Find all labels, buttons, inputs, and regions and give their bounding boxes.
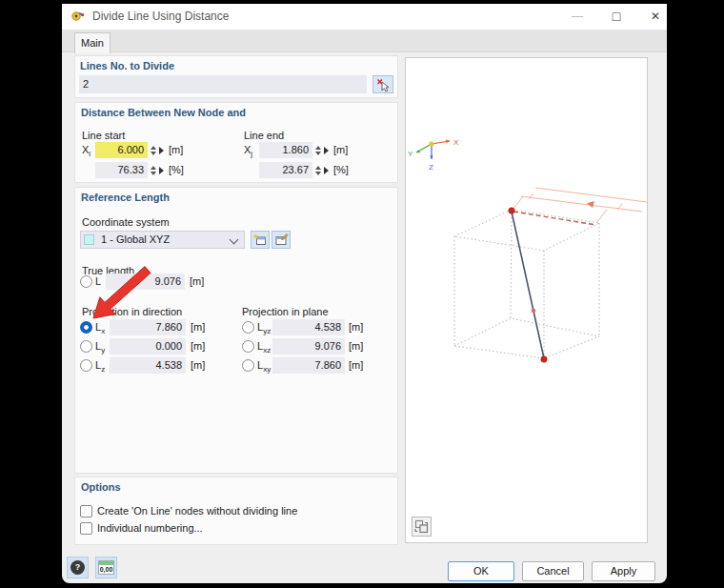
checkbox-label: Create 'On Line' nodes without dividing …: [97, 503, 297, 519]
unit-label: [%]: [169, 162, 184, 178]
help-icon: ?: [70, 560, 85, 575]
section-header: Reference Length: [81, 192, 170, 203]
unit-label: [m]: [349, 357, 363, 374]
close-button[interactable]: ✕: [639, 4, 667, 29]
section-lines-no: Lines No. to Divide 2: [74, 55, 398, 98]
end-node: [541, 356, 547, 362]
3d-preview-panel[interactable]: X Y Z: [405, 57, 648, 543]
detail-arrow-icon[interactable]: [324, 167, 329, 174]
Lxy-label: Lxy: [257, 357, 271, 374]
dimension-lines: [513, 188, 647, 222]
section-header: Options: [81, 481, 121, 493]
checkbox-on-line-nodes[interactable]: [80, 505, 92, 517]
Ly-field: 0.000: [110, 338, 186, 355]
ok-button[interactable]: OK: [448, 561, 514, 581]
radio-Lyz[interactable]: [242, 321, 254, 334]
edit-coordinate-system-button[interactable]: [272, 231, 291, 249]
radio-Lxy[interactable]: [242, 359, 254, 372]
unit-label: [m]: [349, 338, 363, 355]
section-header: Distance Between New Node and: [81, 107, 246, 118]
new-division-node: [532, 309, 536, 314]
true-length-field: 9.076: [106, 274, 185, 290]
detail-arrow-icon[interactable]: [159, 167, 164, 174]
unit-label: [m]: [169, 142, 183, 158]
Lz-label: Lz: [95, 357, 105, 374]
minimize-button[interactable]: —: [561, 4, 593, 29]
cancel-button[interactable]: Cancel: [522, 561, 584, 581]
pick-lines-button[interactable]: [372, 75, 393, 93]
Lxy-field: 7.860: [272, 357, 345, 374]
checkbox-label: Individual numbering...: [97, 520, 203, 537]
window-title: Divide Line Using Distance: [92, 4, 229, 30]
spinner-icon[interactable]: [313, 162, 322, 178]
spinner-icon[interactable]: [149, 162, 157, 178]
spinner-icon[interactable]: [313, 142, 322, 158]
unit-label: [m]: [191, 357, 205, 374]
xj-label: Xj: [244, 142, 252, 158]
line-end-percent-field[interactable]: 23.67: [259, 162, 312, 178]
section-options: Options Create 'On Line' nodes without d…: [74, 476, 398, 545]
line-to-divide: [512, 212, 544, 358]
cs-color-swatch: [84, 234, 94, 245]
tab-strip: Main: [62, 30, 667, 52]
tab-main[interactable]: Main: [74, 32, 111, 53]
axis-x-label: X: [453, 138, 459, 147]
chevron-down-icon: [230, 235, 239, 245]
coordinate-system-dropdown[interactable]: 1 - Global XYZ: [80, 231, 245, 249]
section-header: Lines No. to Divide: [80, 60, 174, 71]
Lz-field: 4.538: [110, 357, 186, 374]
unit-label: [m]: [190, 274, 204, 290]
radio-Lx[interactable]: [80, 321, 92, 334]
radio-Lxz[interactable]: [242, 340, 254, 353]
Lyz-field: 4.538: [272, 319, 345, 335]
preview-graphic: X Y Z: [406, 58, 647, 542]
line-start-length-field[interactable]: 6.000: [95, 142, 148, 158]
radio-Ly[interactable]: [80, 340, 92, 353]
axes-triad: X Y Z: [408, 138, 459, 172]
new-dialog-icon: [252, 233, 268, 248]
cs-selected-value: 1 - Global XYZ: [101, 232, 170, 248]
projection-direction-label: Projection in direction: [82, 304, 182, 320]
select-cursor-icon: [375, 77, 391, 92]
help-button[interactable]: ?: [67, 557, 89, 578]
Lyz-label: Lyz: [257, 319, 271, 335]
new-coordinate-system-button[interactable]: [251, 231, 270, 249]
checkbox-individual-numbering[interactable]: [80, 522, 92, 535]
axis-z-label: Z: [429, 163, 433, 172]
divide-line-dialog: Divide Line Using Distance — □ ✕ Main Li…: [62, 4, 667, 583]
L-label: L: [95, 274, 101, 290]
axis-y-label: Y: [408, 150, 413, 158]
units-icon: 0,00: [98, 560, 114, 575]
radio-true-length[interactable]: [80, 275, 92, 288]
Lx-label: Lx: [95, 319, 105, 335]
detail-arrow-icon[interactable]: [324, 147, 329, 154]
unit-label: [%]: [333, 162, 349, 178]
Ly-label: Ly: [95, 338, 105, 355]
radio-Lz[interactable]: [80, 359, 92, 372]
Lx-field: 7.860: [110, 319, 186, 335]
line-end-length-field[interactable]: 1.860: [259, 142, 312, 158]
spinner-icon[interactable]: [149, 142, 157, 158]
xi-label: Xi: [82, 142, 90, 158]
unit-label: [m]: [349, 319, 363, 335]
edit-dialog-icon: [273, 233, 289, 248]
projection-plane-label: Projection in plane: [242, 304, 329, 320]
Lxz-field: 9.076: [272, 338, 345, 355]
lines-no-input[interactable]: 2: [79, 75, 367, 93]
title-bar[interactable]: Divide Line Using Distance — □ ✕: [62, 4, 667, 30]
dashed-reference-edge: [513, 212, 596, 225]
Lxz-label: Lxz: [257, 338, 271, 355]
reset-view-button[interactable]: [412, 517, 432, 537]
app-icon: [70, 9, 86, 24]
unit-label: [m]: [191, 338, 205, 355]
start-node: [509, 208, 514, 213]
reset-view-icon: [414, 519, 429, 534]
unit-label: [m]: [191, 319, 205, 335]
unit-label: [m]: [333, 142, 348, 158]
units-decimal-button[interactable]: 0,00: [95, 557, 117, 578]
apply-button[interactable]: Apply: [592, 561, 655, 581]
detail-arrow-icon[interactable]: [159, 147, 164, 154]
maximize-button[interactable]: □: [600, 4, 633, 29]
section-distance: Distance Between New Node and Line start…: [74, 102, 398, 183]
line-start-percent-field[interactable]: 76.33: [95, 162, 148, 178]
